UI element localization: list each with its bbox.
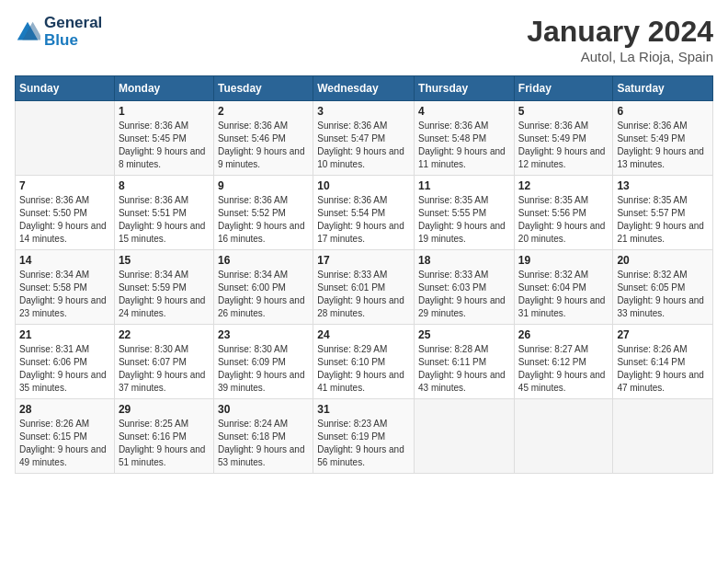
table-row: 16 Sunrise: 8:34 AMSunset: 6:00 PMDaylig… [213, 250, 313, 325]
day-number: 5 [518, 105, 609, 118]
day-info: Sunrise: 8:36 AMSunset: 5:46 PMDaylight:… [218, 120, 309, 171]
day-number: 14 [19, 254, 110, 267]
day-info: Sunrise: 8:35 AMSunset: 5:56 PMDaylight:… [518, 194, 609, 246]
day-info: Sunrise: 8:33 AMSunset: 6:01 PMDaylight:… [317, 269, 410, 320]
day-number: 6 [617, 105, 709, 118]
day-number: 13 [617, 179, 709, 192]
calendar-week-row: 14 Sunrise: 8:34 AMSunset: 5:58 PMDaylig… [16, 250, 713, 325]
table-row: 23 Sunrise: 8:30 AMSunset: 6:09 PMDaylig… [213, 325, 313, 399]
day-info: Sunrise: 8:36 AMSunset: 5:50 PMDaylight:… [19, 194, 110, 246]
day-info: Sunrise: 8:30 AMSunset: 6:07 PMDaylight:… [119, 343, 210, 395]
day-info: Sunrise: 8:36 AMSunset: 5:49 PMDaylight:… [518, 120, 609, 171]
day-info: Sunrise: 8:23 AMSunset: 6:19 PMDaylight:… [317, 418, 410, 469]
table-row: 4 Sunrise: 8:36 AMSunset: 5:48 PMDayligh… [415, 101, 515, 176]
month-title: January 2024 [527, 15, 713, 49]
day-number: 28 [19, 403, 110, 416]
day-number: 29 [119, 403, 210, 416]
table-row: 21 Sunrise: 8:31 AMSunset: 6:06 PMDaylig… [16, 325, 115, 399]
col-monday: Monday [114, 76, 213, 101]
day-info: Sunrise: 8:31 AMSunset: 6:06 PMDaylight:… [19, 343, 110, 395]
day-number: 1 [119, 105, 210, 118]
table-row: 13 Sunrise: 8:35 AMSunset: 5:57 PMDaylig… [613, 176, 713, 250]
col-friday: Friday [514, 76, 613, 101]
day-number: 8 [119, 179, 210, 192]
day-info: Sunrise: 8:35 AMSunset: 5:57 PMDaylight:… [617, 194, 709, 246]
day-number: 10 [317, 179, 410, 192]
day-number: 25 [418, 328, 510, 341]
day-number: 12 [518, 179, 609, 192]
table-row [613, 399, 713, 474]
logo: General Blue [15, 15, 102, 49]
calendar-week-row: 21 Sunrise: 8:31 AMSunset: 6:06 PMDaylig… [16, 325, 713, 399]
table-row: 15 Sunrise: 8:34 AMSunset: 5:59 PMDaylig… [114, 250, 213, 325]
day-info: Sunrise: 8:28 AMSunset: 6:11 PMDaylight:… [418, 343, 510, 395]
day-number: 18 [418, 254, 510, 267]
day-info: Sunrise: 8:33 AMSunset: 6:03 PMDaylight:… [418, 269, 510, 320]
table-row: 31 Sunrise: 8:23 AMSunset: 6:19 PMDaylig… [313, 399, 415, 474]
table-row: 14 Sunrise: 8:34 AMSunset: 5:58 PMDaylig… [16, 250, 115, 325]
day-info: Sunrise: 8:32 AMSunset: 6:04 PMDaylight:… [518, 269, 609, 320]
table-row: 3 Sunrise: 8:36 AMSunset: 5:47 PMDayligh… [313, 101, 415, 176]
day-number: 20 [617, 254, 709, 267]
day-number: 7 [19, 179, 110, 192]
table-row: 18 Sunrise: 8:33 AMSunset: 6:03 PMDaylig… [415, 250, 515, 325]
day-info: Sunrise: 8:32 AMSunset: 6:05 PMDaylight:… [617, 269, 709, 320]
table-row: 24 Sunrise: 8:29 AMSunset: 6:10 PMDaylig… [313, 325, 415, 399]
day-number: 15 [119, 254, 210, 267]
table-row: 20 Sunrise: 8:32 AMSunset: 6:05 PMDaylig… [613, 250, 713, 325]
day-info: Sunrise: 8:35 AMSunset: 5:55 PMDaylight:… [418, 194, 510, 246]
day-info: Sunrise: 8:26 AMSunset: 6:14 PMDaylight:… [617, 343, 709, 395]
day-info: Sunrise: 8:30 AMSunset: 6:09 PMDaylight:… [218, 343, 309, 395]
day-number: 16 [218, 254, 309, 267]
day-info: Sunrise: 8:27 AMSunset: 6:12 PMDaylight:… [518, 343, 609, 395]
day-number: 11 [418, 179, 510, 192]
table-row: 27 Sunrise: 8:26 AMSunset: 6:14 PMDaylig… [613, 325, 713, 399]
calendar-week-row: 7 Sunrise: 8:36 AMSunset: 5:50 PMDayligh… [16, 176, 713, 250]
page-container: General Blue January 2024 Autol, La Rioj… [0, 0, 728, 481]
col-thursday: Thursday [415, 76, 515, 101]
logo-text-blue: Blue [44, 32, 102, 50]
table-row [16, 101, 115, 176]
day-number: 3 [317, 105, 410, 118]
table-row: 29 Sunrise: 8:25 AMSunset: 6:16 PMDaylig… [114, 399, 213, 474]
day-info: Sunrise: 8:34 AMSunset: 5:58 PMDaylight:… [19, 269, 110, 320]
table-row: 10 Sunrise: 8:36 AMSunset: 5:54 PMDaylig… [313, 176, 415, 250]
table-row [514, 399, 613, 474]
logo-icon [15, 19, 40, 45]
day-number: 24 [317, 328, 410, 341]
day-info: Sunrise: 8:36 AMSunset: 5:52 PMDaylight:… [218, 194, 309, 246]
day-info: Sunrise: 8:24 AMSunset: 6:18 PMDaylight:… [218, 418, 309, 469]
day-number: 21 [19, 328, 110, 341]
table-row: 19 Sunrise: 8:32 AMSunset: 6:04 PMDaylig… [514, 250, 613, 325]
calendar-header-row: Sunday Monday Tuesday Wednesday Thursday… [16, 76, 713, 101]
table-row: 2 Sunrise: 8:36 AMSunset: 5:46 PMDayligh… [213, 101, 313, 176]
day-number: 23 [218, 328, 309, 341]
day-info: Sunrise: 8:36 AMSunset: 5:54 PMDaylight:… [317, 194, 410, 246]
day-number: 9 [218, 179, 309, 192]
page-header: General Blue January 2024 Autol, La Rioj… [15, 15, 713, 64]
day-info: Sunrise: 8:36 AMSunset: 5:48 PMDaylight:… [418, 120, 510, 171]
day-info: Sunrise: 8:36 AMSunset: 5:47 PMDaylight:… [317, 120, 410, 171]
table-row: 30 Sunrise: 8:24 AMSunset: 6:18 PMDaylig… [213, 399, 313, 474]
table-row: 1 Sunrise: 8:36 AMSunset: 5:45 PMDayligh… [114, 101, 213, 176]
day-info: Sunrise: 8:36 AMSunset: 5:45 PMDaylight:… [119, 120, 210, 171]
table-row: 25 Sunrise: 8:28 AMSunset: 6:11 PMDaylig… [415, 325, 515, 399]
table-row [415, 399, 515, 474]
day-number: 30 [218, 403, 309, 416]
day-number: 26 [518, 328, 609, 341]
day-number: 27 [617, 328, 709, 341]
day-number: 4 [418, 105, 510, 118]
day-info: Sunrise: 8:34 AMSunset: 5:59 PMDaylight:… [119, 269, 210, 320]
table-row: 26 Sunrise: 8:27 AMSunset: 6:12 PMDaylig… [514, 325, 613, 399]
col-saturday: Saturday [613, 76, 713, 101]
day-info: Sunrise: 8:36 AMSunset: 5:49 PMDaylight:… [617, 120, 709, 171]
day-info: Sunrise: 8:29 AMSunset: 6:10 PMDaylight:… [317, 343, 410, 395]
table-row: 7 Sunrise: 8:36 AMSunset: 5:50 PMDayligh… [16, 176, 115, 250]
col-tuesday: Tuesday [213, 76, 313, 101]
table-row: 6 Sunrise: 8:36 AMSunset: 5:49 PMDayligh… [613, 101, 713, 176]
table-row: 9 Sunrise: 8:36 AMSunset: 5:52 PMDayligh… [213, 176, 313, 250]
day-info: Sunrise: 8:26 AMSunset: 6:15 PMDaylight:… [19, 418, 110, 469]
table-row: 12 Sunrise: 8:35 AMSunset: 5:56 PMDaylig… [514, 176, 613, 250]
day-info: Sunrise: 8:25 AMSunset: 6:16 PMDaylight:… [119, 418, 210, 469]
calendar-week-row: 28 Sunrise: 8:26 AMSunset: 6:15 PMDaylig… [16, 399, 713, 474]
